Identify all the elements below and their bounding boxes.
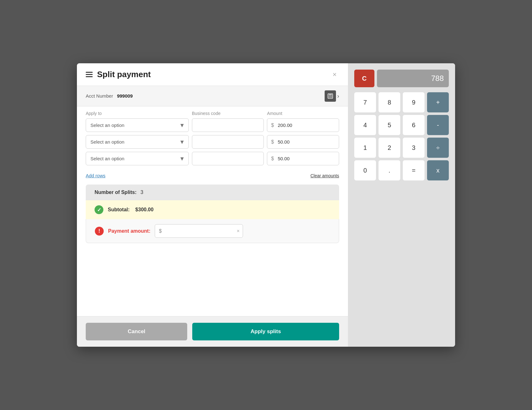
calc-grid: 7 8 9 + 4 5 6 - 1 2 3 ÷ 0 . = x <box>354 92 449 180</box>
modal-header: Split payment × <box>77 63 348 86</box>
business-code-input-1[interactable] <box>192 118 264 132</box>
calc-btn-plus[interactable]: + <box>427 92 449 112</box>
acct-row: Acct Number 999009 › <box>77 86 348 106</box>
hamburger-icon[interactable] <box>86 72 93 77</box>
amount-clear-3[interactable]: × <box>339 156 339 162</box>
amount-clear-1[interactable]: × <box>339 122 339 128</box>
splits-count-box: Number of Splits: 3 <box>86 185 339 200</box>
modal-footer: Cancel Apply splits <box>77 316 348 347</box>
apply-to-select-3[interactable]: Select an option <box>86 152 189 165</box>
calc-btn-decimal[interactable]: . <box>379 160 400 180</box>
header-apply-to: Apply to <box>86 111 189 116</box>
apply-to-select-2[interactable]: Select an option <box>86 135 189 149</box>
apply-splits-button[interactable]: Apply splits <box>192 323 339 340</box>
cancel-button[interactable]: Cancel <box>86 323 187 340</box>
payment-amount-clear[interactable]: × <box>234 228 243 234</box>
calc-btn-2[interactable]: 2 <box>379 138 400 158</box>
calc-btn-minus[interactable]: - <box>427 115 449 135</box>
amount-wrapper-1: $ × <box>267 118 339 132</box>
calc-screen: 788 <box>377 70 449 87</box>
modal-panel: Split payment × Acct Number 999009 <box>77 63 348 347</box>
svg-rect-4 <box>331 96 332 97</box>
subtotal-value: $300.00 <box>135 207 153 213</box>
calc-btn-5[interactable]: 5 <box>379 115 400 135</box>
apply-to-select-wrapper-1: Select an option ▼ <box>86 118 189 132</box>
amount-input-3[interactable] <box>276 152 339 165</box>
payment-label: Payment amount: <box>108 228 150 234</box>
dollar-icon-1: $ <box>267 122 276 128</box>
business-code-input-2[interactable] <box>192 135 264 149</box>
svg-rect-7 <box>331 97 332 98</box>
calc-btn-multiply[interactable]: x <box>427 160 449 180</box>
modal-title: Split payment <box>97 70 151 79</box>
calc-btn-6[interactable]: 6 <box>403 115 425 135</box>
table-footer: Add rows Clear amounts <box>77 168 348 185</box>
calc-btn-1[interactable]: 1 <box>354 138 376 158</box>
close-button[interactable]: × <box>330 70 339 79</box>
amount-clear-2[interactable]: × <box>339 139 339 145</box>
payment-amount-input[interactable] <box>164 225 234 237</box>
svg-rect-1 <box>329 94 332 95</box>
subtotal-label: Subtotal: <box>108 207 130 213</box>
modal-title-group: Split payment <box>86 70 151 79</box>
amount-wrapper-3: $ × <box>267 152 339 165</box>
calc-arrow-icon: › <box>337 93 339 100</box>
split-table: Apply to Business code Amount Select an … <box>77 106 348 168</box>
dollar-icon-3: $ <box>267 156 276 162</box>
amount-input-2[interactable] <box>276 135 339 148</box>
calc-btn-equals[interactable]: = <box>403 160 425 180</box>
calculator-panel: C 788 7 8 9 + 4 5 6 - 1 2 3 ÷ 0 . = x <box>348 63 455 347</box>
dollar-icon-2: $ <box>267 139 276 145</box>
calc-display: C 788 <box>354 70 449 87</box>
clear-amounts-link[interactable]: Clear amounts <box>310 173 339 178</box>
apply-to-select-1[interactable]: Select an option <box>86 118 189 132</box>
check-icon <box>95 205 103 214</box>
apply-to-select-wrapper-3: Select an option ▼ <box>86 152 189 165</box>
header-business-code: Business code <box>192 111 264 116</box>
svg-rect-2 <box>329 96 330 97</box>
calc-btn-9[interactable]: 9 <box>403 92 425 112</box>
acct-info: Acct Number 999009 <box>86 93 133 99</box>
calc-btn-0[interactable]: 0 <box>354 160 376 180</box>
subtotal-box: Subtotal: $300.00 <box>86 200 339 219</box>
calc-clear-button[interactable]: C <box>354 70 374 87</box>
calc-btn-4[interactable]: 4 <box>354 115 376 135</box>
svg-rect-5 <box>329 97 330 98</box>
splits-count-value: 3 <box>141 190 143 195</box>
calculator-icon-box <box>325 90 336 102</box>
calc-btn-7[interactable]: 7 <box>354 92 376 112</box>
calculator-trigger[interactable]: › <box>325 90 339 102</box>
payment-dollar-icon: $ <box>155 228 164 234</box>
apply-to-select-wrapper-2: Select an option ▼ <box>86 135 189 149</box>
split-row: Select an option ▼ $ × <box>86 152 339 165</box>
table-header-row: Apply to Business code Amount <box>86 106 339 118</box>
calc-btn-3[interactable]: 3 <box>403 138 425 158</box>
splits-count-label: Number of Splits: <box>95 190 136 195</box>
split-row: Select an option ▼ $ × <box>86 118 339 132</box>
business-code-input-3[interactable] <box>192 152 264 165</box>
svg-rect-3 <box>330 96 331 97</box>
calc-btn-divide[interactable]: ÷ <box>427 138 449 158</box>
acct-number: 999009 <box>117 93 133 99</box>
calc-btn-8[interactable]: 8 <box>379 92 400 112</box>
alert-icon: ! <box>95 227 104 236</box>
payment-box: ! Payment amount: $ × <box>86 219 339 243</box>
svg-rect-6 <box>330 97 331 98</box>
summary-area: Number of Splits: 3 Subtotal: $300.00 ! … <box>77 185 348 316</box>
add-rows-link[interactable]: Add rows <box>86 173 106 178</box>
acct-label: Acct Number <box>86 93 113 99</box>
amount-input-1[interactable] <box>276 119 339 132</box>
split-row: Select an option ▼ $ × <box>86 135 339 149</box>
amount-wrapper-2: $ × <box>267 135 339 149</box>
calculator-icon <box>327 93 333 99</box>
header-amount: Amount <box>267 111 339 116</box>
payment-amount-wrapper: $ × <box>155 224 243 238</box>
